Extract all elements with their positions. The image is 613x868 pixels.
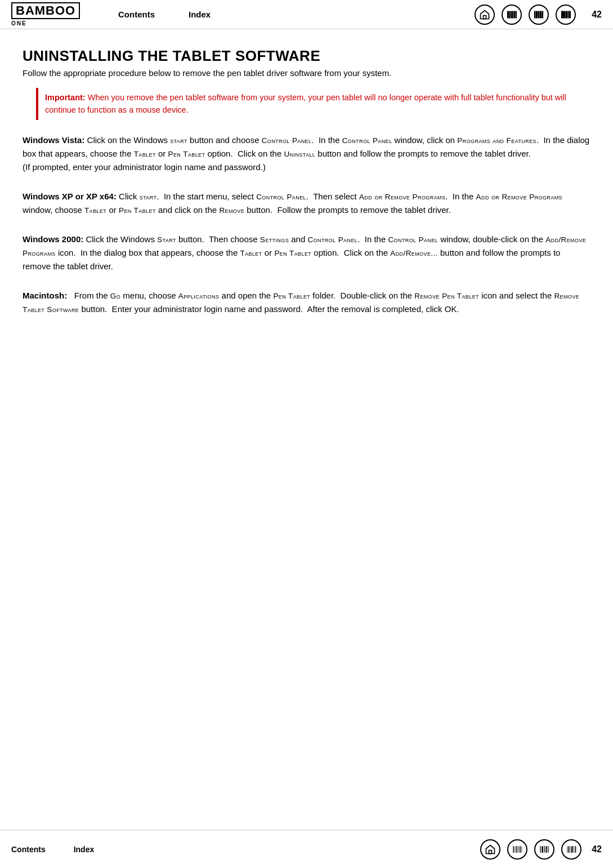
svg-rect-7	[535, 11, 535, 18]
section-mac-label: Macintosh:	[23, 291, 67, 300]
svg-rect-11	[542, 11, 543, 18]
svg-rect-12	[562, 11, 562, 18]
section-vista: Windows Vista: Click on the Windows star…	[23, 133, 590, 174]
svg-rect-8	[536, 11, 538, 18]
main-content: UNINSTALLING THE TABLET SOFTWARE Follow …	[0, 29, 613, 388]
page-subtitle: Follow the appropriate procedure below t…	[23, 68, 590, 78]
important-label: Important:	[45, 93, 86, 102]
logo-text: BAMBOO	[11, 2, 80, 19]
logo-sub: ONE	[11, 20, 27, 26]
footer-nav-contents[interactable]: Contents	[11, 845, 46, 854]
important-body: When you remove the pen tablet software …	[45, 93, 566, 114]
svg-rect-18	[489, 850, 492, 853]
svg-rect-5	[514, 11, 515, 18]
svg-rect-16	[568, 11, 569, 18]
svg-rect-20	[515, 846, 516, 853]
barcode2-icon[interactable]	[529, 5, 549, 25]
footer-barcode3-icon[interactable]	[561, 839, 581, 860]
important-text: Important: When you remove the pen table…	[45, 93, 566, 114]
svg-rect-27	[544, 846, 545, 853]
svg-rect-31	[569, 846, 570, 853]
svg-rect-24	[522, 846, 522, 853]
logo-wrap: BAMBOO ONE	[11, 2, 80, 26]
footer-nav: Contents Index	[11, 845, 94, 854]
svg-rect-4	[513, 11, 513, 18]
svg-rect-9	[539, 11, 539, 18]
header-icons	[475, 5, 576, 25]
svg-rect-28	[546, 846, 547, 853]
svg-rect-10	[540, 11, 542, 18]
svg-rect-3	[511, 11, 512, 18]
header-nav: Contents Index	[118, 10, 475, 19]
svg-rect-17	[570, 11, 571, 18]
barcode3-icon[interactable]	[556, 5, 576, 25]
section-win2000-label: Windows 2000:	[23, 234, 83, 244]
home-icon[interactable]	[475, 5, 495, 25]
footer-nav-index[interactable]: Index	[74, 845, 95, 854]
section-xp: Windows XP or XP x64: Click start. In th…	[23, 190, 590, 217]
important-box: Important: When you remove the pen table…	[36, 88, 590, 120]
header-nav-index[interactable]: Index	[189, 10, 211, 19]
section-xp-text: Windows XP or XP x64: Click start. In th…	[23, 190, 590, 217]
footer-barcode1-icon[interactable]	[507, 839, 527, 860]
section-win2000-text: Windows 2000: Click the Windows Start bu…	[23, 233, 590, 273]
header: BAMBOO ONE Contents Index	[0, 0, 613, 29]
page-title: UNINSTALLING THE TABLET SOFTWARE	[23, 47, 590, 65]
footer-barcode2-icon[interactable]	[534, 839, 554, 860]
svg-rect-23	[520, 846, 521, 853]
svg-rect-34	[574, 846, 574, 853]
svg-rect-14	[565, 11, 565, 18]
svg-rect-30	[567, 846, 568, 853]
svg-rect-25	[540, 846, 541, 853]
section-vista-text: Windows Vista: Click on the Windows star…	[23, 133, 590, 174]
svg-rect-6	[516, 11, 517, 18]
footer-page-number: 42	[592, 844, 602, 854]
svg-rect-32	[570, 846, 571, 853]
svg-rect-19	[513, 846, 514, 853]
footer: Contents Index	[0, 830, 613, 868]
svg-rect-29	[548, 846, 548, 853]
header-page-number: 42	[586, 10, 602, 20]
section-win2000: Windows 2000: Click the Windows Start bu…	[23, 233, 590, 273]
section-vista-label: Windows Vista:	[23, 135, 84, 145]
svg-rect-13	[563, 11, 564, 18]
svg-rect-1	[508, 11, 509, 18]
svg-rect-22	[518, 846, 519, 853]
section-xp-label: Windows XP or XP x64:	[23, 192, 117, 201]
svg-rect-21	[517, 846, 518, 853]
header-nav-contents[interactable]: Contents	[118, 10, 155, 19]
svg-rect-0	[484, 15, 486, 19]
svg-rect-15	[566, 11, 567, 18]
svg-rect-35	[575, 846, 576, 853]
section-mac: Macintosh: From the Go menu, choose Appl…	[23, 289, 590, 316]
section-mac-text: Macintosh: From the Go menu, choose Appl…	[23, 289, 590, 316]
logo-area: BAMBOO ONE	[11, 2, 101, 26]
footer-home-icon[interactable]	[480, 839, 500, 860]
barcode1-icon[interactable]	[502, 5, 522, 25]
svg-rect-2	[509, 11, 510, 18]
svg-rect-33	[571, 846, 573, 853]
footer-icons	[480, 839, 581, 860]
svg-rect-26	[542, 846, 544, 853]
